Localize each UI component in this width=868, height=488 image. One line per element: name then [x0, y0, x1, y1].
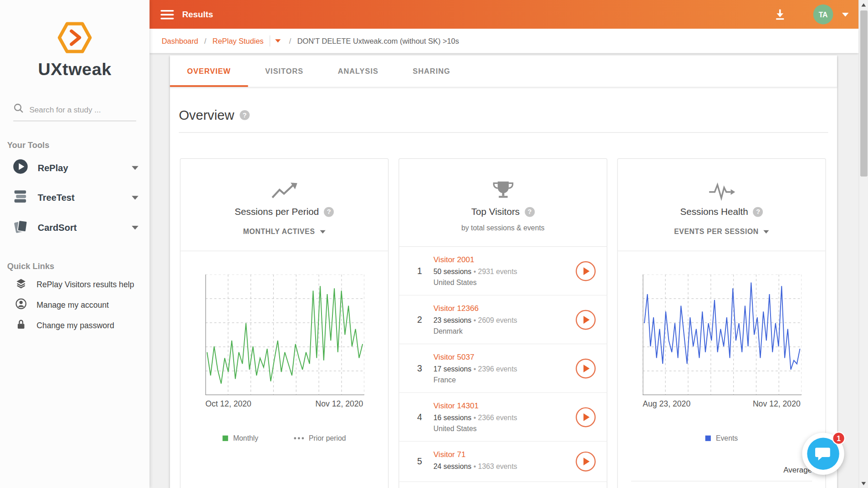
period-metric-dropdown[interactable]: MONTHLY ACTIVES [243, 228, 326, 236]
play-session-button[interactable] [576, 358, 596, 378]
quick-link-change-password[interactable]: Change my password [0, 315, 149, 336]
breadcrumb-dashboard[interactable]: Dashboard [162, 37, 198, 45]
visitor-stats: 50 sessions • 2931 events [434, 267, 576, 275]
visitor-rank: 3 [411, 363, 428, 373]
legend-events[interactable]: Events [705, 434, 738, 442]
search-icon [13, 103, 24, 116]
dropdown-value: EVENTS PER SESSION [674, 228, 759, 236]
breadcrumb-divider [270, 36, 270, 46]
card-subtitle: by total sessions & events [410, 224, 596, 232]
chevron-down-icon [320, 230, 326, 233]
visitor-row: 1 Visitor 2001 50 sessions • 2931 events… [399, 247, 607, 295]
sessions-per-period-card: Sessions per Period MONTHLY ACTIVES [180, 158, 388, 488]
visitor-rank: 4 [411, 412, 428, 422]
visitor-country: Denmark [434, 327, 576, 335]
visitor-stats: 24 sessions • 1363 events [434, 462, 576, 470]
quick-link-label: Change my password [36, 320, 114, 329]
logo[interactable]: UXtweak [38, 21, 111, 80]
visitor-stats: 23 sessions • 2609 events [434, 316, 576, 324]
sessions-health-card: Sessions Health EVENTS PER SESSION [617, 158, 826, 488]
x-axis-end-label: Nov 12, 2020 [316, 400, 363, 408]
chevron-down-icon[interactable] [132, 196, 138, 200]
help-icon[interactable] [525, 207, 535, 217]
help-icon[interactable] [753, 207, 763, 217]
visitor-row: 5 Visitor 71 24 sessions • 1363 events [399, 442, 607, 482]
logo-text: UXtweak [38, 60, 111, 80]
topbar: Results TA [149, 0, 858, 29]
legend-swatch [223, 435, 228, 441]
play-icon [583, 458, 589, 465]
arrow-up-icon [861, 3, 866, 6]
results-paper: OVERVIEW VISITORS ANALYSIS SHARING Overv… [170, 56, 837, 488]
play-icon [583, 267, 589, 275]
scrollbar-thumb[interactable] [860, 10, 868, 177]
account-icon [15, 298, 26, 311]
breadcrumb-replay-studies[interactable]: RePlay Studies [213, 37, 264, 45]
account-menu-chevron-icon[interactable] [842, 12, 849, 16]
visitor-rank: 1 [411, 266, 428, 276]
scroll-up-button[interactable] [859, 0, 868, 10]
play-session-button[interactable] [576, 452, 596, 472]
tool-label: CardSort [38, 222, 132, 233]
tab-overview[interactable]: OVERVIEW [170, 56, 248, 87]
tab-analysis[interactable]: ANALYSIS [321, 56, 396, 87]
play-icon [583, 413, 589, 421]
play-icon [583, 364, 589, 372]
play-session-button[interactable] [576, 310, 596, 330]
visitor-country: United States [434, 424, 576, 432]
play-session-button[interactable] [576, 407, 596, 427]
treetest-icon [12, 188, 29, 207]
visitor-link[interactable]: Visitor 12366 [434, 304, 576, 312]
lock-icon [15, 319, 26, 332]
vertical-scrollbar[interactable] [858, 0, 868, 488]
topbar-title: Results [182, 10, 773, 20]
play-session-button[interactable] [576, 261, 596, 281]
visitor-stats: 17 sessions • 2396 events [434, 365, 576, 373]
main-area: Results TA Dashboard / RePlay Studies / … [149, 0, 858, 488]
pulse-icon [629, 178, 814, 201]
visitor-link[interactable]: Visitor 5037 [434, 352, 576, 361]
sidebar-item-cardsort[interactable]: CardSort [0, 213, 149, 243]
quick-link-replay-help[interactable]: RePlay Visitors results help [0, 274, 149, 295]
study-search [13, 103, 136, 121]
scroll-down-button[interactable] [859, 478, 868, 488]
help-icon[interactable] [240, 110, 250, 120]
title-divider [179, 132, 828, 133]
search-input[interactable] [29, 105, 129, 113]
chevron-down-icon[interactable] [132, 166, 138, 170]
legend-monthly[interactable]: Monthly [223, 434, 258, 442]
health-metric-dropdown[interactable]: EVENTS PER SESSION [674, 228, 769, 236]
chat-widget-button[interactable]: 1 [802, 433, 844, 475]
download-icon[interactable] [773, 8, 786, 21]
legend-label: Monthly [233, 434, 258, 442]
card-title: Sessions Health [680, 206, 748, 217]
legend-label: Events [716, 434, 738, 442]
sidebar: UXtweak Your Tools RePlay TreeTest [0, 0, 149, 488]
tool-label: RePlay [38, 163, 132, 173]
replay-icon [12, 158, 29, 177]
tab-visitors[interactable]: VISITORS [248, 56, 320, 87]
help-icon[interactable] [324, 207, 334, 217]
tools-heading: Your Tools [7, 140, 149, 150]
study-switcher-chevron-icon[interactable] [275, 39, 281, 42]
x-axis-start-label: Oct 12, 2020 [205, 400, 251, 408]
chevron-down-icon[interactable] [132, 225, 138, 229]
visitor-link[interactable]: Visitor 2001 [434, 255, 576, 264]
breadcrumb: Dashboard / RePlay Studies / DON'T DELET… [149, 29, 858, 53]
x-axis-start-label: Aug 23, 2020 [643, 400, 690, 408]
visitor-link[interactable]: Visitor 14301 [434, 401, 576, 410]
avatar[interactable]: TA [813, 5, 833, 25]
layers-icon [15, 278, 26, 291]
tab-sharing[interactable]: SHARING [396, 56, 468, 87]
visitor-link[interactable]: Visitor 71 [434, 450, 576, 458]
sidebar-item-treetest[interactable]: TreeTest [0, 183, 149, 213]
dropdown-value: MONTHLY ACTIVES [243, 228, 315, 236]
visitor-stats: 16 sessions • 2366 events [434, 413, 576, 422]
legend-prior-period[interactable]: Prior period [294, 434, 346, 442]
content-scroll-area: OVERVIEW VISITORS ANALYSIS SHARING Overv… [149, 53, 858, 488]
visitor-country: France [434, 376, 576, 384]
quick-link-manage-account[interactable]: Manage my account [0, 295, 149, 315]
app-window: UXtweak Your Tools RePlay TreeTest [0, 0, 868, 488]
hamburger-menu-icon[interactable] [161, 7, 174, 21]
sidebar-item-replay[interactable]: RePlay [0, 153, 149, 183]
